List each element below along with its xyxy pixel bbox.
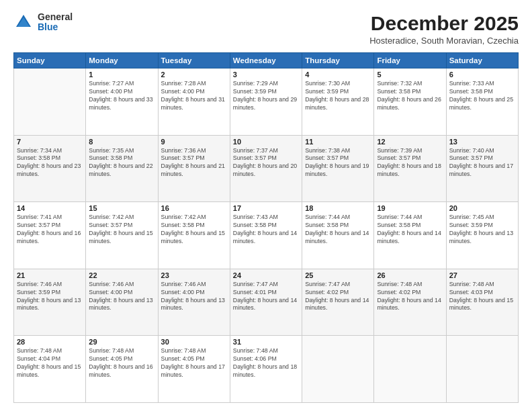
day-info: Sunrise: 7:27 AMSunset: 4:00 PMDaylight:… bbox=[89, 80, 154, 112]
calendar-day-cell bbox=[302, 336, 374, 403]
calendar-day-cell bbox=[14, 68, 86, 136]
day-number: 20 bbox=[449, 204, 515, 212]
day-number: 19 bbox=[377, 204, 443, 212]
day-info: Sunrise: 7:32 AMSunset: 3:58 PMDaylight:… bbox=[377, 80, 443, 112]
day-info: Sunrise: 7:29 AMSunset: 3:59 PMDaylight:… bbox=[233, 80, 299, 112]
calendar-week-row: 28Sunrise: 7:48 AMSunset: 4:04 PMDayligh… bbox=[14, 336, 519, 403]
day-info: Sunrise: 7:43 AMSunset: 3:58 PMDaylight:… bbox=[233, 214, 299, 246]
logo-general-label: General bbox=[38, 12, 73, 22]
day-info: Sunrise: 7:35 AMSunset: 3:58 PMDaylight:… bbox=[89, 147, 154, 179]
day-info: Sunrise: 7:48 AMSunset: 4:03 PMDaylight:… bbox=[449, 281, 515, 313]
day-info: Sunrise: 7:33 AMSunset: 3:58 PMDaylight:… bbox=[449, 80, 515, 112]
calendar-day-cell: 23Sunrise: 7:46 AMSunset: 4:00 PMDayligh… bbox=[158, 269, 230, 336]
day-number: 24 bbox=[233, 271, 299, 279]
calendar-day-cell: 6Sunrise: 7:33 AMSunset: 3:58 PMDaylight… bbox=[446, 68, 518, 136]
month-title: December 2025 bbox=[369, 12, 519, 34]
calendar-day-cell: 14Sunrise: 7:41 AMSunset: 3:57 PMDayligh… bbox=[14, 202, 86, 269]
day-info: Sunrise: 7:44 AMSunset: 3:58 PMDaylight:… bbox=[377, 214, 443, 246]
calendar-day-cell: 3Sunrise: 7:29 AMSunset: 3:59 PMDaylight… bbox=[230, 68, 302, 136]
day-number: 29 bbox=[89, 338, 154, 346]
day-info: Sunrise: 7:37 AMSunset: 3:57 PMDaylight:… bbox=[233, 147, 299, 179]
day-number: 3 bbox=[233, 71, 299, 79]
day-number: 17 bbox=[233, 204, 299, 212]
day-number: 1 bbox=[89, 71, 154, 79]
calendar-day-cell: 21Sunrise: 7:46 AMSunset: 3:59 PMDayligh… bbox=[14, 269, 86, 336]
calendar-week-row: 7Sunrise: 7:34 AMSunset: 3:58 PMDaylight… bbox=[14, 135, 519, 202]
calendar-day-cell bbox=[374, 336, 446, 403]
calendar-day-cell: 13Sunrise: 7:40 AMSunset: 3:57 PMDayligh… bbox=[446, 135, 518, 202]
calendar-day-cell: 31Sunrise: 7:48 AMSunset: 4:06 PMDayligh… bbox=[230, 336, 302, 403]
day-number: 26 bbox=[377, 271, 443, 279]
calendar-day-cell: 17Sunrise: 7:43 AMSunset: 3:58 PMDayligh… bbox=[230, 202, 302, 269]
calendar-header-row: SundayMondayTuesdayWednesdayThursdayFrid… bbox=[14, 53, 519, 68]
calendar-day-cell: 27Sunrise: 7:48 AMSunset: 4:03 PMDayligh… bbox=[446, 269, 518, 336]
day-number: 2 bbox=[161, 71, 227, 79]
calendar-day-cell: 26Sunrise: 7:48 AMSunset: 4:02 PMDayligh… bbox=[374, 269, 446, 336]
calendar-day-cell: 25Sunrise: 7:47 AMSunset: 4:02 PMDayligh… bbox=[302, 269, 374, 336]
calendar-day-header: Saturday bbox=[446, 53, 518, 68]
header: General Blue December 2025 Hosteradice, … bbox=[13, 12, 519, 46]
day-number: 14 bbox=[17, 204, 83, 212]
day-info: Sunrise: 7:34 AMSunset: 3:58 PMDaylight:… bbox=[17, 147, 83, 179]
calendar-day-cell: 30Sunrise: 7:48 AMSunset: 4:05 PMDayligh… bbox=[158, 336, 230, 403]
day-info: Sunrise: 7:48 AMSunset: 4:04 PMDaylight:… bbox=[17, 347, 83, 379]
calendar-day-header: Wednesday bbox=[230, 53, 302, 68]
calendar-day-header: Thursday bbox=[302, 53, 374, 68]
day-number: 6 bbox=[449, 71, 515, 79]
calendar-day-cell: 29Sunrise: 7:48 AMSunset: 4:05 PMDayligh… bbox=[86, 336, 158, 403]
day-number: 9 bbox=[161, 138, 227, 146]
day-number: 8 bbox=[89, 138, 154, 146]
day-number: 25 bbox=[305, 271, 371, 279]
day-number: 22 bbox=[89, 271, 154, 279]
day-info: Sunrise: 7:42 AMSunset: 3:57 PMDaylight:… bbox=[89, 214, 154, 246]
day-info: Sunrise: 7:42 AMSunset: 3:58 PMDaylight:… bbox=[161, 214, 227, 246]
day-info: Sunrise: 7:48 AMSunset: 4:02 PMDaylight:… bbox=[377, 281, 443, 313]
calendar-week-row: 21Sunrise: 7:46 AMSunset: 3:59 PMDayligh… bbox=[14, 269, 519, 336]
day-number: 5 bbox=[377, 71, 443, 79]
calendar-week-row: 1Sunrise: 7:27 AMSunset: 4:00 PMDaylight… bbox=[14, 68, 519, 136]
day-info: Sunrise: 7:38 AMSunset: 3:57 PMDaylight:… bbox=[305, 147, 371, 179]
day-number: 13 bbox=[449, 138, 515, 146]
calendar-day-cell: 8Sunrise: 7:35 AMSunset: 3:58 PMDaylight… bbox=[86, 135, 158, 202]
location: Hosteradice, South Moravian, Czechia bbox=[369, 36, 519, 46]
day-number: 21 bbox=[17, 271, 83, 279]
logo-text: General Blue bbox=[38, 12, 73, 33]
day-info: Sunrise: 7:36 AMSunset: 3:57 PMDaylight:… bbox=[161, 147, 227, 179]
calendar-day-cell: 11Sunrise: 7:38 AMSunset: 3:57 PMDayligh… bbox=[302, 135, 374, 202]
day-number: 30 bbox=[161, 338, 227, 346]
calendar-day-cell: 12Sunrise: 7:39 AMSunset: 3:57 PMDayligh… bbox=[374, 135, 446, 202]
day-number: 4 bbox=[305, 71, 371, 79]
logo-blue-label: Blue bbox=[38, 22, 73, 32]
day-info: Sunrise: 7:48 AMSunset: 4:05 PMDaylight:… bbox=[89, 347, 154, 379]
day-number: 31 bbox=[233, 338, 299, 346]
day-info: Sunrise: 7:39 AMSunset: 3:57 PMDaylight:… bbox=[377, 147, 443, 179]
day-info: Sunrise: 7:46 AMSunset: 3:59 PMDaylight:… bbox=[17, 281, 83, 313]
day-number: 16 bbox=[161, 204, 227, 212]
day-info: Sunrise: 7:41 AMSunset: 3:57 PMDaylight:… bbox=[17, 214, 83, 246]
calendar-day-cell: 24Sunrise: 7:47 AMSunset: 4:01 PMDayligh… bbox=[230, 269, 302, 336]
calendar-day-cell bbox=[446, 336, 518, 403]
day-info: Sunrise: 7:48 AMSunset: 4:06 PMDaylight:… bbox=[233, 347, 299, 379]
calendar-day-cell: 20Sunrise: 7:45 AMSunset: 3:59 PMDayligh… bbox=[446, 202, 518, 269]
logo-icon bbox=[13, 12, 34, 32]
calendar-day-cell: 19Sunrise: 7:44 AMSunset: 3:58 PMDayligh… bbox=[374, 202, 446, 269]
calendar-day-cell: 5Sunrise: 7:32 AMSunset: 3:58 PMDaylight… bbox=[374, 68, 446, 136]
calendar-week-row: 14Sunrise: 7:41 AMSunset: 3:57 PMDayligh… bbox=[14, 202, 519, 269]
calendar-day-cell: 2Sunrise: 7:28 AMSunset: 4:00 PMDaylight… bbox=[158, 68, 230, 136]
calendar-day-cell: 10Sunrise: 7:37 AMSunset: 3:57 PMDayligh… bbox=[230, 135, 302, 202]
calendar-day-header: Friday bbox=[374, 53, 446, 68]
day-number: 28 bbox=[17, 338, 83, 346]
day-number: 15 bbox=[89, 204, 154, 212]
day-info: Sunrise: 7:30 AMSunset: 3:59 PMDaylight:… bbox=[305, 80, 371, 112]
calendar-day-header: Sunday bbox=[14, 53, 86, 68]
calendar-day-cell: 7Sunrise: 7:34 AMSunset: 3:58 PMDaylight… bbox=[14, 135, 86, 202]
day-info: Sunrise: 7:28 AMSunset: 4:00 PMDaylight:… bbox=[161, 80, 227, 112]
calendar-table: SundayMondayTuesdayWednesdayThursdayFrid… bbox=[13, 52, 519, 403]
title-block: December 2025 Hosteradice, South Moravia… bbox=[369, 12, 519, 46]
calendar-day-cell: 4Sunrise: 7:30 AMSunset: 3:59 PMDaylight… bbox=[302, 68, 374, 136]
calendar-day-cell: 16Sunrise: 7:42 AMSunset: 3:58 PMDayligh… bbox=[158, 202, 230, 269]
calendar-day-cell: 18Sunrise: 7:44 AMSunset: 3:58 PMDayligh… bbox=[302, 202, 374, 269]
calendar-day-header: Tuesday bbox=[158, 53, 230, 68]
day-number: 7 bbox=[17, 138, 83, 146]
calendar-day-header: Monday bbox=[86, 53, 158, 68]
